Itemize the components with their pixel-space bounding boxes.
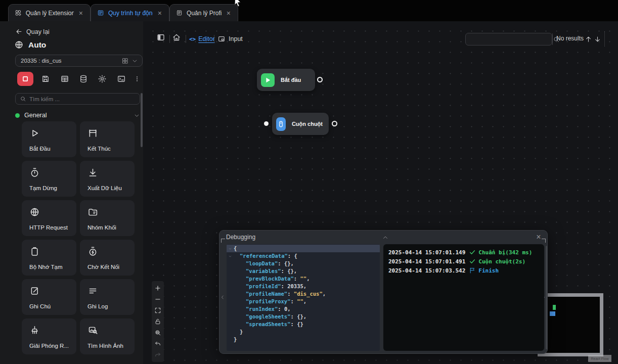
resize-corner bbox=[542, 239, 546, 243]
block-card[interactable]: Ghi Log bbox=[80, 279, 135, 315]
fit-view-button[interactable] bbox=[152, 305, 164, 316]
divider bbox=[214, 35, 214, 43]
home-button[interactable] bbox=[172, 33, 181, 42]
log-message: Cuộn chuột(2s) bbox=[478, 258, 525, 265]
tab-automation-workflow[interactable]: Quy trình tự động × bbox=[91, 4, 169, 21]
check-icon bbox=[469, 258, 476, 265]
close-icon[interactable]: × bbox=[78, 10, 84, 17]
note-icon bbox=[29, 286, 40, 296]
settings-button[interactable] bbox=[96, 72, 109, 85]
profile-dropdown[interactable]: 20335 : dis_cus bbox=[15, 55, 143, 67]
search-next-button[interactable] bbox=[593, 33, 602, 44]
block-card[interactable]: Giải Phóng R... bbox=[22, 318, 76, 354]
clipboard-icon bbox=[29, 246, 40, 257]
globe-icon bbox=[29, 207, 40, 217]
collapse-node-icon[interactable] bbox=[227, 254, 234, 258]
kebab-menu-icon bbox=[134, 74, 141, 83]
back-button[interactable]: Quay lại bbox=[15, 28, 50, 35]
zoom-in-button[interactable] bbox=[152, 283, 164, 294]
block-palette: Bắt ĐầuKết ThúcTạm DừngXuất Dữ LiệuHTTP … bbox=[22, 121, 135, 354]
block-label: Tìm Hình Ảnh bbox=[87, 343, 123, 349]
play-icon bbox=[261, 73, 275, 87]
block-label: Chờ Kết Nối bbox=[87, 264, 119, 270]
tab-extensions-manager[interactable]: Quản lý Extensions × bbox=[8, 4, 91, 21]
stop-button[interactable] bbox=[17, 72, 33, 86]
block-label: Bắt Đầu bbox=[29, 146, 51, 152]
json-line: } bbox=[227, 328, 380, 336]
panel-toggle-button[interactable] bbox=[156, 33, 165, 42]
save-button[interactable] bbox=[39, 72, 52, 85]
node-start[interactable]: Bắt đầu bbox=[257, 69, 315, 91]
sidebar-scrollbar[interactable] bbox=[141, 93, 143, 147]
stop-square-icon bbox=[21, 74, 30, 83]
table-button[interactable] bbox=[58, 72, 71, 85]
block-card[interactable]: Tạm Dừng bbox=[22, 161, 76, 197]
arrow-down-icon bbox=[594, 35, 601, 43]
node-scroll-mouse[interactable]: Cuộn chuột bbox=[272, 113, 329, 135]
collapse-panel-button[interactable] bbox=[381, 234, 389, 241]
lock-button[interactable] bbox=[152, 316, 164, 327]
finish-icon bbox=[87, 128, 98, 139]
node-label: Cuộn chuột bbox=[292, 121, 323, 127]
timer-bolt-icon bbox=[87, 246, 98, 257]
divider bbox=[186, 35, 186, 43]
block-card[interactable]: Nhóm Khối bbox=[80, 200, 135, 236]
block-card[interactable]: Ghi Chú bbox=[22, 279, 76, 315]
terminal-button[interactable] bbox=[115, 72, 128, 85]
zoom-out-button[interactable] bbox=[152, 294, 164, 305]
json-line: "runIndex": 0, bbox=[227, 305, 380, 313]
editor-tab-link[interactable]: <> Editor bbox=[189, 33, 215, 45]
database-button[interactable] bbox=[77, 72, 90, 85]
block-label: HTTP Request bbox=[29, 224, 68, 231]
block-card[interactable]: Bộ Nhớ Tạm bbox=[22, 240, 76, 276]
collapse-node-icon[interactable] bbox=[227, 247, 234, 251]
block-card[interactable]: Xuất Dữ Liệu bbox=[80, 161, 135, 197]
search-prev-button[interactable] bbox=[584, 33, 593, 44]
debug-json-viewer[interactable]: {"referenceData": {"loopData": {},"varia… bbox=[227, 244, 380, 351]
debug-scrollbar[interactable] bbox=[546, 246, 547, 349]
block-card[interactable]: HTTP Request bbox=[22, 200, 76, 236]
close-icon[interactable]: × bbox=[226, 10, 232, 17]
reactflow-watermark: React Flow bbox=[588, 355, 611, 362]
code-icon: <> bbox=[189, 36, 196, 42]
json-line: "loopData": {}, bbox=[227, 260, 380, 267]
flag-icon bbox=[469, 267, 476, 274]
node-start-output-port[interactable] bbox=[317, 77, 323, 82]
log-line: 2025-04-14 15:07:01.149Chuẩn bị(342 ms) bbox=[388, 248, 539, 257]
input-tab-link[interactable]: Input bbox=[217, 33, 243, 45]
arrow-up-icon bbox=[585, 35, 592, 43]
workflow-canvas[interactable]: <> Editor Input No results Bắt đầu Cuộn … bbox=[143, 21, 618, 364]
redo-icon bbox=[154, 351, 161, 358]
sidebar-toolbar bbox=[17, 72, 141, 86]
section-general[interactable]: General bbox=[15, 111, 140, 120]
debug-log-list[interactable]: 2025-04-14 15:07:01.149Chuẩn bị(342 ms)2… bbox=[383, 244, 544, 351]
block-card[interactable]: Tìm Hình Ảnh bbox=[80, 318, 135, 354]
log-timestamp: 2025-04-14 15:07:01.491 bbox=[388, 258, 465, 265]
node-scroll-input-port[interactable] bbox=[264, 121, 269, 126]
undo-button[interactable] bbox=[152, 338, 164, 349]
search-icon bbox=[20, 96, 26, 102]
canvas-search-input[interactable] bbox=[466, 33, 552, 45]
zoom-select-button[interactable] bbox=[152, 327, 164, 338]
collapse-left-handle[interactable] bbox=[219, 293, 226, 301]
editor-label: Editor bbox=[198, 35, 215, 42]
close-icon[interactable]: × bbox=[157, 10, 163, 17]
floppy-icon bbox=[41, 74, 50, 83]
block-search-input[interactable] bbox=[29, 96, 136, 102]
canvas-controls bbox=[152, 281, 164, 362]
plus-icon bbox=[154, 285, 161, 292]
block-card[interactable]: Bắt Đầu bbox=[22, 121, 76, 157]
json-line: "variables": {}, bbox=[227, 267, 380, 275]
node-scroll-output-port[interactable] bbox=[332, 121, 337, 126]
more-options-button[interactable] bbox=[134, 72, 141, 85]
tab-bar: Quản lý Extensions × Quy trình tự động ×… bbox=[0, 0, 618, 21]
redo-button[interactable] bbox=[152, 349, 164, 360]
block-label: Xuất Dữ Liệu bbox=[87, 185, 122, 191]
folder-icon bbox=[87, 207, 98, 217]
block-card[interactable]: Kết Thúc bbox=[80, 121, 135, 157]
block-card[interactable]: Chờ Kết Nối bbox=[80, 240, 135, 276]
tab-profile-manager[interactable]: Quản lý Profile × bbox=[169, 4, 238, 21]
undo-icon bbox=[154, 340, 161, 347]
divider bbox=[604, 31, 605, 47]
block-label: Ghi Log bbox=[87, 303, 108, 309]
